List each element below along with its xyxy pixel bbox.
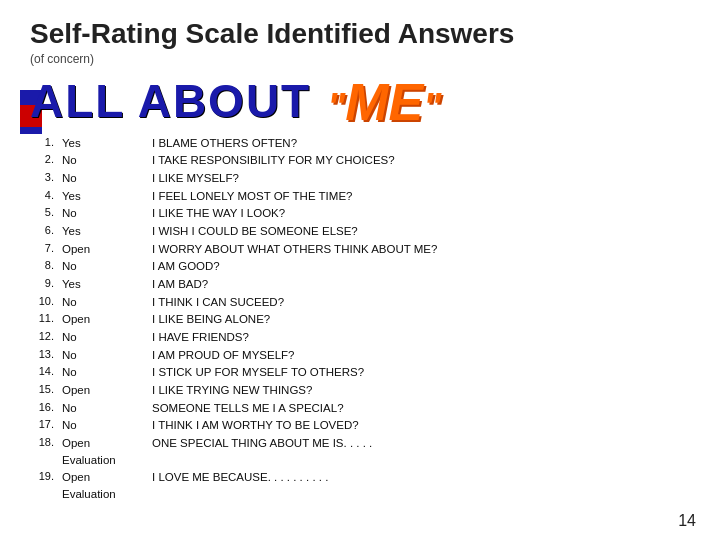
table-row: 9.YesI AM BAD? (30, 275, 690, 293)
item-answer: No (58, 169, 148, 187)
item-question: I THINK I AM WORTHY TO BE LOVED? (148, 417, 690, 435)
table-row: 13.NoI AM PROUD OF MYSELF? (30, 346, 690, 364)
me-label-text: ME (345, 73, 423, 131)
item-number: 10. (30, 293, 58, 311)
table-row: 4.YesI FEEL LONELY MOST OF THE TIME? (30, 187, 690, 205)
item-answer: Open (58, 311, 148, 329)
table-row: 12.NoI HAVE FRIENDS? (30, 328, 690, 346)
item-number: 5. (30, 205, 58, 223)
item-answer: Open (58, 240, 148, 258)
table-row: 10.NoI THINK I CAN SUCEED? (30, 293, 690, 311)
table-row: 14.NoI STICK UP FOR MYSELF TO OTHERS? (30, 364, 690, 382)
item-answer: Open (58, 381, 148, 399)
item-number: 17. (30, 417, 58, 435)
item-number: 19. (30, 469, 58, 503)
item-number: 2. (30, 152, 58, 170)
table-row: 5.NoI LIKE THE WAY I LOOK? (30, 205, 690, 223)
item-question: I LIKE TRYING NEW THINGS? (148, 381, 690, 399)
item-answer: No (58, 205, 148, 223)
item-question: I HAVE FRIENDS? (148, 328, 690, 346)
item-answer: No (58, 364, 148, 382)
me-close-quote: " (423, 86, 441, 128)
item-question: ONE SPECIAL THING ABOUT ME IS. . . . . (148, 434, 690, 468)
item-question: I LIKE THE WAY I LOOK? (148, 205, 690, 223)
item-question: I STICK UP FOR MYSELF TO OTHERS? (148, 364, 690, 382)
all-about-text: ALL ABOUT (30, 78, 311, 124)
item-answer: Yes (58, 187, 148, 205)
item-answer: No (58, 152, 148, 170)
page-title: Self-Rating Scale Identified Answers (30, 18, 690, 50)
item-number: 8. (30, 258, 58, 276)
table-row: 16.NoSOMEONE TELLS ME I A SPECIAL? (30, 399, 690, 417)
table-row: 19.Open EvaluationI LOVE ME BECAUSE. . .… (30, 469, 690, 503)
me-text: "ME" (327, 76, 441, 128)
item-answer: No (58, 417, 148, 435)
item-question: SOMEONE TELLS ME I A SPECIAL? (148, 399, 690, 417)
table-row: 18.Open EvaluationONE SPECIAL THING ABOU… (30, 434, 690, 468)
item-number: 15. (30, 381, 58, 399)
item-question: I FEEL LONELY MOST OF THE TIME? (148, 187, 690, 205)
item-number: 12. (30, 328, 58, 346)
item-question: I AM PROUD OF MYSELF? (148, 346, 690, 364)
page-subtitle: (of concern) (30, 52, 690, 66)
item-number: 13. (30, 346, 58, 364)
item-number: 14. (30, 364, 58, 382)
item-question: I AM GOOD? (148, 258, 690, 276)
item-number: 7. (30, 240, 58, 258)
item-number: 6. (30, 222, 58, 240)
table-row: 7.OpenI WORRY ABOUT WHAT OTHERS THINK AB… (30, 240, 690, 258)
items-table: 1.YesI BLAME OTHERS OFTEN?2.NoI TAKE RES… (30, 134, 690, 503)
item-question: I LIKE MYSELF? (148, 169, 690, 187)
item-number: 4. (30, 187, 58, 205)
table-row: 17.NoI THINK I AM WORTHY TO BE LOVED? (30, 417, 690, 435)
table-row: 8.NoI AM GOOD? (30, 258, 690, 276)
all-about-row: ALL ABOUT "ME" (30, 72, 690, 124)
item-number: 1. (30, 134, 58, 152)
item-number: 18. (30, 434, 58, 468)
item-number: 3. (30, 169, 58, 187)
item-answer: No (58, 293, 148, 311)
table-row: 6.YesI WISH I COULD BE SOMEONE ELSE? (30, 222, 690, 240)
item-answer: Open Evaluation (58, 469, 148, 503)
item-question: I THINK I CAN SUCEED? (148, 293, 690, 311)
item-question: I WORRY ABOUT WHAT OTHERS THINK ABOUT ME… (148, 240, 690, 258)
table-row: 15.OpenI LIKE TRYING NEW THINGS? (30, 381, 690, 399)
item-question: I LIKE BEING ALONE? (148, 311, 690, 329)
item-answer: Yes (58, 222, 148, 240)
item-answer: Open Evaluation (58, 434, 148, 468)
item-question: I WISH I COULD BE SOMEONE ELSE? (148, 222, 690, 240)
item-answer: No (58, 399, 148, 417)
item-answer: No (58, 346, 148, 364)
me-open-quote: " (327, 86, 345, 128)
item-question: I AM BAD? (148, 275, 690, 293)
item-answer: No (58, 328, 148, 346)
table-row: 3.NoI LIKE MYSELF? (30, 169, 690, 187)
item-number: 11. (30, 311, 58, 329)
item-number: 16. (30, 399, 58, 417)
page-container: Self-Rating Scale Identified Answers (of… (0, 0, 720, 540)
table-row: 11.OpenI LIKE BEING ALONE? (30, 311, 690, 329)
table-row: 1.YesI BLAME OTHERS OFTEN? (30, 134, 690, 152)
item-question: I LOVE ME BECAUSE. . . . . . . . . . (148, 469, 690, 503)
item-question: I BLAME OTHERS OFTEN? (148, 134, 690, 152)
item-answer: Yes (58, 275, 148, 293)
item-number: 9. (30, 275, 58, 293)
item-answer: Yes (58, 134, 148, 152)
page-number: 14 (678, 512, 696, 530)
item-answer: No (58, 258, 148, 276)
item-question: I TAKE RESPONSIBILITY FOR MY CHOICES? (148, 152, 690, 170)
table-row: 2.NoI TAKE RESPONSIBILITY FOR MY CHOICES… (30, 152, 690, 170)
